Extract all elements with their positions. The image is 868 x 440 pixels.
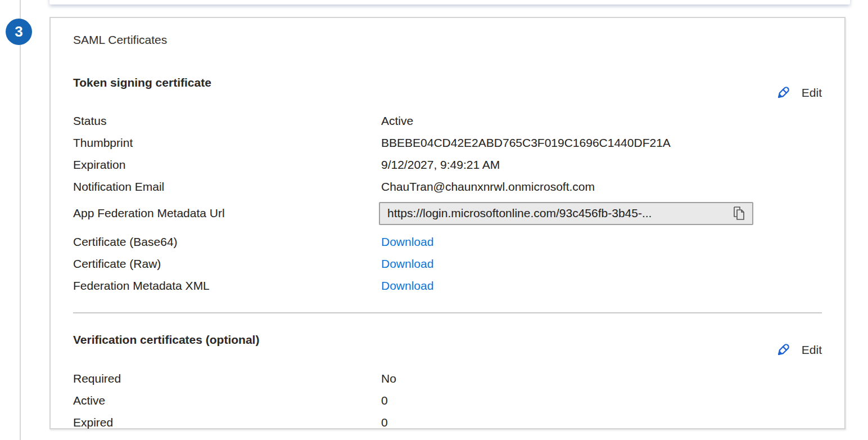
- metadata-url-field[interactable]: https://login.microsoftonline.com/93c456…: [379, 202, 753, 225]
- step-3-badge: 3: [6, 19, 32, 45]
- verification-rows: Required No Active 0 Expired 0: [73, 367, 822, 433]
- certificate-raw-row: Certificate (Raw) Download: [73, 253, 822, 275]
- edit-label: Edit: [802, 86, 822, 100]
- edit-label: Edit: [802, 343, 822, 357]
- verification-certificates-header: Verification certificates (optional) Edi…: [73, 333, 822, 360]
- federation-metadata-xml-row: Federation Metadata XML Download: [73, 275, 822, 297]
- copy-url-button[interactable]: [731, 205, 747, 221]
- expired-row: Expired 0: [73, 411, 822, 433]
- saml-sso-settings-page: 3 SAML Certificates Token signing certif…: [0, 0, 868, 440]
- thumbprint-row: Thumbprint BBEBE04CD42E2ABD765C3F019C169…: [73, 132, 822, 154]
- required-row: Required No: [73, 367, 822, 389]
- row-label: Notification Email: [73, 180, 381, 194]
- active-value: 0: [381, 394, 388, 407]
- edit-token-signing-button[interactable]: Edit: [774, 83, 822, 102]
- timeline-connector: [20, 0, 21, 440]
- previous-card-bottom-edge: [49, 0, 850, 5]
- required-value: No: [381, 372, 396, 385]
- row-label: Status: [73, 114, 381, 128]
- token-signing-heading: Token signing certificate: [73, 75, 211, 90]
- step-number: 3: [15, 23, 22, 41]
- row-label: Expiration: [73, 158, 381, 172]
- certificate-base64-row: Certificate (Base64) Download: [73, 231, 822, 253]
- notification-email-value: ChauTran@chaunxnrwl.onmicrosoft.com: [381, 180, 595, 194]
- notification-email-row: Notification Email ChauTran@chaunxnrwl.o…: [73, 176, 822, 197]
- card-title: SAML Certificates: [73, 33, 822, 47]
- row-label: Expired: [73, 416, 381, 429]
- row-label: Certificate (Raw): [73, 257, 381, 271]
- download-federation-metadata-xml-link[interactable]: Download: [381, 279, 433, 293]
- app-federation-metadata-url-row: App Federation Metadata Url https://logi…: [73, 200, 822, 226]
- section-divider: [73, 312, 822, 313]
- row-label: App Federation Metadata Url: [73, 206, 381, 220]
- download-certificate-raw-link[interactable]: Download: [381, 257, 433, 271]
- row-label: Active: [73, 394, 381, 407]
- edit-pencil-icon: [774, 340, 793, 360]
- row-label: Certificate (Base64): [73, 235, 381, 249]
- expiration-value: 9/12/2027, 9:49:21 AM: [381, 158, 500, 172]
- edit-pencil-icon: [774, 83, 793, 102]
- expiration-row: Expiration 9/12/2027, 9:49:21 AM: [73, 154, 822, 176]
- download-certificate-base64-link[interactable]: Download: [381, 235, 433, 249]
- copy-icon: [731, 205, 747, 221]
- edit-verification-certificates-button[interactable]: Edit: [774, 340, 822, 360]
- active-row: Active 0: [73, 389, 822, 411]
- status-row: Status Active: [73, 110, 822, 132]
- saml-certificates-card: SAML Certificates Token signing certific…: [49, 17, 846, 429]
- status-value: Active: [381, 114, 413, 128]
- row-label: Required: [73, 372, 381, 385]
- row-label: Federation Metadata XML: [73, 279, 381, 293]
- thumbprint-value: BBEBE04CD42E2ABD765C3F019C1696C1440DF21A: [381, 136, 671, 150]
- metadata-url-value: https://login.microsoftonline.com/93c456…: [387, 206, 726, 220]
- row-label: Thumbprint: [73, 136, 381, 150]
- expired-value: 0: [381, 416, 388, 429]
- verification-certificates-heading: Verification certificates (optional): [73, 333, 259, 347]
- token-signing-header: Token signing certificate Edit: [73, 75, 822, 102]
- token-signing-rows: Status Active Thumbprint BBEBE04CD42E2AB…: [73, 110, 822, 297]
